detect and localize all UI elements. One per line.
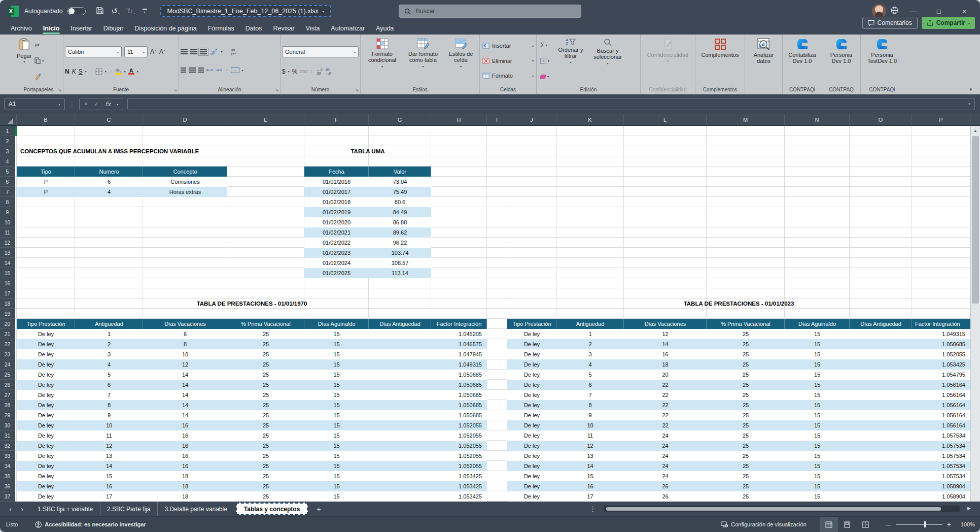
dialog-launcher-icon[interactable]: ↘ xyxy=(355,88,359,92)
borders-button[interactable] xyxy=(95,68,102,75)
cell[interactable]: 18 xyxy=(143,481,227,491)
comments-button[interactable]: Comentarios xyxy=(862,17,918,29)
align-bottom-button[interactable] xyxy=(200,49,207,54)
cell[interactable] xyxy=(369,410,431,420)
cell[interactable]: 25 xyxy=(227,359,304,370)
cell[interactable]: De ley xyxy=(17,380,75,390)
cell[interactable]: 13 xyxy=(556,451,624,461)
cell[interactable]: De ley xyxy=(17,430,75,441)
cell[interactable]: 25 xyxy=(227,481,304,491)
cell[interactable]: De ley xyxy=(17,420,75,430)
row-header-26[interactable]: 26 xyxy=(0,380,15,390)
menu-tab-datos[interactable]: Datos xyxy=(240,22,268,35)
undo-button[interactable]: ↺▾ xyxy=(111,8,120,15)
cell[interactable]: De ley xyxy=(17,329,75,339)
percent-button[interactable]: % xyxy=(292,68,298,75)
menu-tab-f-rmulas[interactable]: Fórmulas xyxy=(202,22,240,35)
cell[interactable] xyxy=(850,471,912,481)
table-row[interactable]: De ley81425151.050685 xyxy=(17,400,487,410)
table-row[interactable]: 01/02/202086.88 xyxy=(304,217,431,227)
cell[interactable]: 8 xyxy=(143,339,227,349)
table-row[interactable]: De ley61425151.050685 xyxy=(17,380,487,390)
increase-font-button[interactable]: A▲ xyxy=(150,48,157,55)
table-row[interactable]: 01/02/2024108.57 xyxy=(304,258,431,268)
cell[interactable]: De ley xyxy=(17,481,75,491)
confirm-entry-icon[interactable]: ✓ xyxy=(94,101,99,108)
clear-button[interactable]: ▾ xyxy=(540,72,549,81)
cell[interactable]: 25 xyxy=(707,400,785,410)
cell[interactable]: 16 xyxy=(75,481,143,491)
cell[interactable]: 10 xyxy=(75,420,143,430)
sheet-tab-3-detalle-parte-variable[interactable]: 3.Detalle parte variable xyxy=(157,502,234,516)
table-row[interactable]: 01/02/201880.6 xyxy=(304,197,431,207)
cell[interactable]: 15 xyxy=(304,441,369,451)
cell[interactable]: 1.057534 xyxy=(912,430,970,441)
cell[interactable]: 25 xyxy=(227,491,304,502)
table-row[interactable]: De ley171825151.053425 xyxy=(17,491,487,502)
cell[interactable]: 15 xyxy=(785,339,850,349)
cell[interactable] xyxy=(369,359,431,370)
cell[interactable]: De ley xyxy=(507,481,556,491)
cell[interactable]: 10 xyxy=(556,420,624,430)
cell[interactable]: 108.57 xyxy=(369,258,431,268)
cell[interactable]: 15 xyxy=(304,420,369,430)
wrap-text-button[interactable]: abc↩ xyxy=(231,48,236,55)
cell[interactable]: 25 xyxy=(707,410,785,420)
cell[interactable]: 24 xyxy=(624,430,707,441)
insert-cells-button[interactable]: Insertar▾ xyxy=(482,41,534,51)
cell[interactable]: 11 xyxy=(556,430,624,441)
cell[interactable]: 18 xyxy=(143,471,227,481)
sheet-tab-1-sbc-fija-variable[interactable]: 1.SBC fija + variable xyxy=(30,502,100,516)
cell[interactable]: 15 xyxy=(304,481,369,491)
cell[interactable]: 15 xyxy=(785,451,850,461)
underline-button[interactable]: S xyxy=(79,68,83,75)
cell[interactable]: 01/02/2025 xyxy=(304,268,369,278)
row-header-5[interactable]: 5 xyxy=(0,167,15,177)
row-header-11[interactable]: 11 xyxy=(0,227,15,238)
cell[interactable] xyxy=(850,451,912,461)
cell[interactable]: 15 xyxy=(304,410,369,420)
table-row[interactable]: De ley112425151.057534 xyxy=(507,430,970,441)
cell[interactable]: De ley xyxy=(507,441,556,451)
table-row[interactable]: De ley21425151.050685 xyxy=(507,339,970,349)
row-header-14[interactable]: 14 xyxy=(0,258,15,268)
row-header-27[interactable]: 27 xyxy=(0,390,15,400)
table-row[interactable]: P4Horas extras xyxy=(17,187,227,197)
cell[interactable]: 80.6 xyxy=(369,197,431,207)
cell[interactable]: 25 xyxy=(227,451,304,461)
cell[interactable]: 15 xyxy=(304,451,369,461)
cell[interactable]: 01/01/2016 xyxy=(304,177,369,187)
cell[interactable]: De ley xyxy=(17,451,75,461)
cell[interactable]: 15 xyxy=(304,349,369,359)
cell[interactable]: 1.057534 xyxy=(912,461,970,471)
cell[interactable]: 22 xyxy=(624,410,707,420)
cell[interactable]: 01/02/2018 xyxy=(304,197,369,207)
cell[interactable]: 1.047945 xyxy=(431,349,487,359)
cell[interactable] xyxy=(850,349,912,359)
cell[interactable] xyxy=(850,329,912,339)
row-header-12[interactable]: 12 xyxy=(0,238,15,248)
align-middle-button[interactable] xyxy=(190,49,197,54)
cell[interactable]: De ley xyxy=(507,329,556,339)
cell[interactable]: 01/02/2017 xyxy=(304,187,369,197)
column-header-O[interactable]: O xyxy=(850,114,912,125)
row-header-35[interactable]: 35 xyxy=(0,471,15,481)
cell[interactable] xyxy=(850,359,912,370)
cell[interactable]: 86.88 xyxy=(369,217,431,227)
cell[interactable]: 15 xyxy=(304,461,369,471)
row-header-7[interactable]: 7 xyxy=(0,187,15,197)
column-header-J[interactable]: J xyxy=(507,114,556,125)
decrease-font-button[interactable]: A▼ xyxy=(159,48,166,55)
cell[interactable]: 89.62 xyxy=(369,227,431,238)
cell[interactable]: 9 xyxy=(75,410,143,420)
cell[interactable]: 25 xyxy=(707,491,785,502)
increase-decimal-button[interactable]: ←.0.00 xyxy=(316,68,322,75)
cell[interactable]: 12 xyxy=(75,441,143,451)
row-header-4[interactable]: 4 xyxy=(0,156,15,167)
cell[interactable]: 113.14 xyxy=(369,268,431,278)
table-row[interactable]: De ley111625151.052055 xyxy=(17,430,487,441)
table-row[interactable]: De ley142425151.057534 xyxy=(507,461,970,471)
cell[interactable]: De ley xyxy=(507,359,556,370)
copy-button[interactable]: ▾ xyxy=(34,56,44,65)
cell[interactable] xyxy=(369,339,431,349)
